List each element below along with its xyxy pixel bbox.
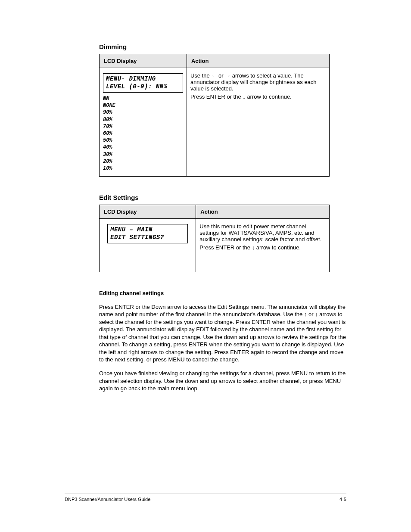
body-text-block: Editing channel settings Press ENTER or … bbox=[99, 289, 346, 392]
dimming-value-1: 90% bbox=[103, 109, 183, 116]
dimming-col-action: Action bbox=[187, 54, 329, 68]
dimming-action-1b: or bbox=[217, 72, 225, 79]
body-p1c: arrows to select the channel for the set… bbox=[99, 311, 346, 363]
edit-action-1: Use this menu to edit power meter channe… bbox=[199, 223, 326, 243]
edit-settings-table: LCD Display Action MENU – MAIN EDIT SETT… bbox=[99, 205, 330, 272]
edit-lcd-line2: EDIT SETTINGS? bbox=[110, 234, 185, 242]
edit-action-cell: Use this menu to edit power meter channe… bbox=[196, 219, 330, 272]
dimming-heading: Dimming bbox=[99, 43, 346, 50]
dimming-action-cell: Use the ← or → arrows to select a value.… bbox=[187, 68, 329, 177]
dimming-value-9: 10% bbox=[103, 165, 183, 172]
footer-left: DNP3 Scanner/Annunciator Users Guide bbox=[65, 497, 150, 502]
dimming-value-0: NONE bbox=[103, 102, 183, 109]
body-subheading: Editing channel settings bbox=[99, 290, 164, 296]
dimming-nn-heading: NN bbox=[103, 95, 183, 102]
arrow-right-icon: → bbox=[225, 72, 230, 79]
dimming-action-1a: Use the bbox=[190, 72, 211, 79]
edit-lcd-line1: MENU – MAIN bbox=[110, 226, 185, 234]
dimming-value-7: 30% bbox=[103, 151, 183, 158]
body-p1b: or bbox=[307, 311, 315, 317]
dimming-value-4: 60% bbox=[103, 130, 183, 137]
dimming-lcd-frame: MENU- DIMMING LEVEL (0-9): NN% bbox=[103, 73, 183, 93]
dimming-col-lcd: LCD Display bbox=[100, 54, 187, 68]
dimming-value-5: 50% bbox=[103, 137, 183, 144]
dimming-value-3: 70% bbox=[103, 123, 183, 130]
dimming-value-2: 80% bbox=[103, 116, 183, 123]
dimming-action-2b: arrow to continue. bbox=[246, 93, 292, 100]
body-p2: Once you have finished viewing or changi… bbox=[99, 370, 346, 392]
edit-action-2a: Press ENTER or the bbox=[199, 244, 252, 251]
dimming-action-2a: Press ENTER or the bbox=[190, 93, 243, 100]
arrow-left-icon: ← bbox=[211, 72, 217, 79]
dimming-lcd-line2: LEVEL (0-9): NN% bbox=[106, 83, 180, 91]
edit-settings-heading: Edit Settings bbox=[99, 194, 346, 201]
page-footer: DNP3 Scanner/Annunciator Users Guide 4-5 bbox=[65, 494, 346, 502]
edit-col-action: Action bbox=[196, 205, 330, 219]
footer-right: 4-5 bbox=[339, 497, 346, 502]
edit-action-2b: arrow to continue. bbox=[255, 244, 301, 251]
dimming-table: LCD Display Action MENU- DIMMING LEVEL (… bbox=[99, 54, 330, 177]
edit-lcd-frame: MENU – MAIN EDIT SETTINGS? bbox=[107, 224, 188, 243]
dimming-lcd-line1: MENU- DIMMING bbox=[106, 75, 180, 83]
edit-col-lcd: LCD Display bbox=[100, 205, 196, 219]
dimming-value-8: 20% bbox=[103, 158, 183, 165]
dimming-value-6: 40% bbox=[103, 144, 183, 151]
